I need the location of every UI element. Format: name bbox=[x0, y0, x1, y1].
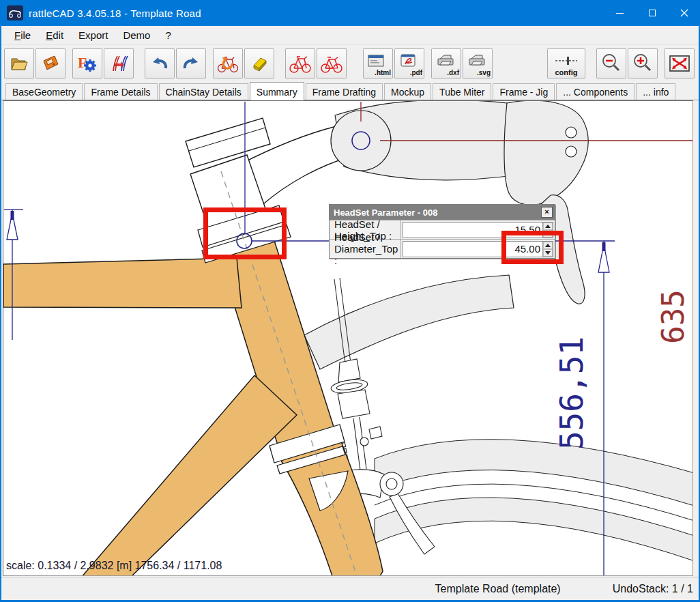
lever-pivot-hole-1 bbox=[566, 127, 577, 138]
close-button[interactable] bbox=[668, 0, 700, 26]
spin-down-button[interactable] bbox=[543, 230, 553, 238]
tab-label: ... info bbox=[643, 87, 669, 98]
drawing-canvas[interactable]: 556,51 635 scale: 0.1334 / 2.9832 [m] 17… bbox=[3, 100, 693, 576]
export-dxf-button[interactable]: .dxf bbox=[431, 48, 461, 78]
tab-label: BaseGeometry bbox=[12, 87, 76, 98]
zoom-in-button[interactable] bbox=[628, 48, 658, 78]
tab-summary[interactable]: Summary bbox=[250, 82, 304, 100]
folder-open-icon bbox=[8, 53, 30, 74]
minimize-icon bbox=[616, 13, 624, 14]
param-label: HeadSet / Diameter_Top : bbox=[330, 240, 401, 258]
settings-gear-icon: F bbox=[76, 53, 98, 74]
dxf-label: .dxf bbox=[447, 69, 459, 76]
dimension-value-red: 635 bbox=[656, 289, 690, 343]
red-bike-icon bbox=[289, 52, 312, 75]
toolbar: F bbox=[1, 44, 699, 81]
undostack-readout: UndoStack: 1 / 1 bbox=[613, 583, 693, 595]
close-icon bbox=[680, 9, 688, 17]
headset-parameter-dialog: HeadSet Parameter - 008 × HeadSet / Heig… bbox=[329, 204, 555, 259]
maximize-button[interactable] bbox=[636, 0, 668, 26]
export-html-button[interactable]: .html bbox=[363, 48, 393, 78]
redo-button[interactable] bbox=[176, 48, 206, 78]
reload-bike-button[interactable] bbox=[213, 48, 243, 78]
redo-arrow-icon bbox=[180, 53, 202, 74]
menu-edit[interactable]: Edit bbox=[38, 28, 71, 42]
save-file-button[interactable] bbox=[35, 48, 65, 78]
zoom-out-icon bbox=[600, 52, 623, 75]
undo-button[interactable] bbox=[145, 48, 175, 78]
tabbar: BaseGeometry Frame Details ChainStay Det… bbox=[1, 81, 699, 100]
fork-compare-icon bbox=[108, 53, 130, 74]
height-top-spinner bbox=[542, 223, 553, 238]
minimize-button[interactable] bbox=[604, 0, 636, 26]
tab-info[interactable]: ... info bbox=[636, 83, 675, 100]
tab-tube-miter[interactable]: Tube Miter bbox=[433, 83, 491, 100]
spin-up-button[interactable] bbox=[543, 223, 553, 230]
app-window: rattleCAD 3.4.05.18 - Template Road File… bbox=[0, 0, 700, 602]
eraser-icon bbox=[248, 53, 270, 74]
document-name: Template Road (template) bbox=[435, 583, 561, 595]
tab-label: ChainStay Details bbox=[166, 87, 242, 98]
top-tube bbox=[3, 258, 242, 308]
lever-pivot-hole-2 bbox=[566, 146, 577, 157]
tab-frame-drafting[interactable]: Frame Drafting bbox=[306, 83, 383, 100]
zoom-out-button[interactable] bbox=[596, 48, 626, 78]
scale-readout: scale: 0.1334 / 2.9832 [m] 1756.34 / 117… bbox=[6, 560, 222, 572]
spin-down-icon bbox=[545, 251, 551, 255]
param-row-diameter-top: HeadSet / Diameter_Top : bbox=[330, 239, 555, 258]
undo-arrow-icon bbox=[149, 53, 171, 74]
dimension-value-blue: 556,51 bbox=[553, 336, 590, 450]
config-label: config bbox=[548, 68, 585, 76]
export-svg-button[interactable]: .svg bbox=[463, 48, 493, 78]
tab-basegeometry[interactable]: BaseGeometry bbox=[5, 83, 83, 100]
app-settings-button[interactable]: F bbox=[72, 48, 102, 78]
bicycle-drawing: 556,51 635 bbox=[3, 101, 693, 576]
export-pdf-button[interactable]: .pdf bbox=[394, 48, 424, 78]
pdf-label: .pdf bbox=[410, 69, 422, 76]
bike-reload-icon bbox=[216, 52, 239, 75]
menubar: File Edit Export Demo ? bbox=[1, 26, 699, 44]
tab-label: Mockup bbox=[391, 87, 424, 98]
bike-geometry-view-button[interactable] bbox=[317, 48, 347, 78]
menu-file[interactable]: File bbox=[7, 28, 38, 42]
spin-up-icon bbox=[545, 225, 551, 228]
open-file-button[interactable] bbox=[4, 48, 34, 78]
menu-demo[interactable]: Demo bbox=[115, 28, 158, 42]
save-floppy-icon bbox=[40, 53, 61, 74]
spin-up-button[interactable] bbox=[543, 242, 553, 249]
tab-label: Tube Miter bbox=[439, 87, 484, 98]
tab-frame-jig[interactable]: Frame - Jig bbox=[493, 83, 555, 100]
dialog-title: HeadSet Parameter - 008 bbox=[334, 207, 437, 218]
height-top-field bbox=[403, 222, 553, 238]
maximize-icon bbox=[649, 10, 656, 16]
fork-compare-button[interactable] bbox=[104, 48, 134, 78]
tab-label: Frame - Jig bbox=[499, 87, 548, 98]
tab-mockup[interactable]: Mockup bbox=[384, 83, 431, 100]
diameter-top-input[interactable] bbox=[403, 242, 542, 257]
eraser-button[interactable] bbox=[244, 48, 274, 78]
menu-export[interactable]: Export bbox=[71, 28, 115, 42]
svg-label: .svg bbox=[477, 69, 491, 76]
menu-help[interactable]: ? bbox=[158, 28, 178, 42]
spin-down-icon bbox=[545, 232, 551, 235]
tab-label: ... Components bbox=[563, 87, 628, 98]
diameter-top-field bbox=[403, 241, 553, 257]
zoom-fit-button[interactable] bbox=[665, 48, 695, 78]
config-button[interactable]: config bbox=[547, 48, 585, 78]
spin-up-icon bbox=[545, 244, 551, 247]
tab-chainstay-details[interactable]: ChainStay Details bbox=[159, 83, 248, 100]
html-label: .html bbox=[375, 69, 391, 76]
fit-view-icon bbox=[668, 52, 691, 75]
tab-label: Summary bbox=[257, 87, 297, 98]
bike-frame-view-button[interactable] bbox=[285, 48, 315, 78]
height-top-input[interactable] bbox=[403, 223, 542, 238]
tab-components[interactable]: ... Components bbox=[556, 83, 635, 100]
red-bike-alt-icon bbox=[320, 52, 343, 75]
dialog-close-button[interactable]: × bbox=[541, 207, 553, 218]
app-logo-icon bbox=[7, 5, 23, 20]
down-tube bbox=[81, 375, 297, 576]
spin-down-button[interactable] bbox=[543, 249, 553, 257]
diameter-top-spinner bbox=[542, 242, 553, 257]
window-title: rattleCAD 3.4.05.18 - Template Road bbox=[29, 8, 201, 19]
tab-frame-details[interactable]: Frame Details bbox=[84, 83, 157, 100]
